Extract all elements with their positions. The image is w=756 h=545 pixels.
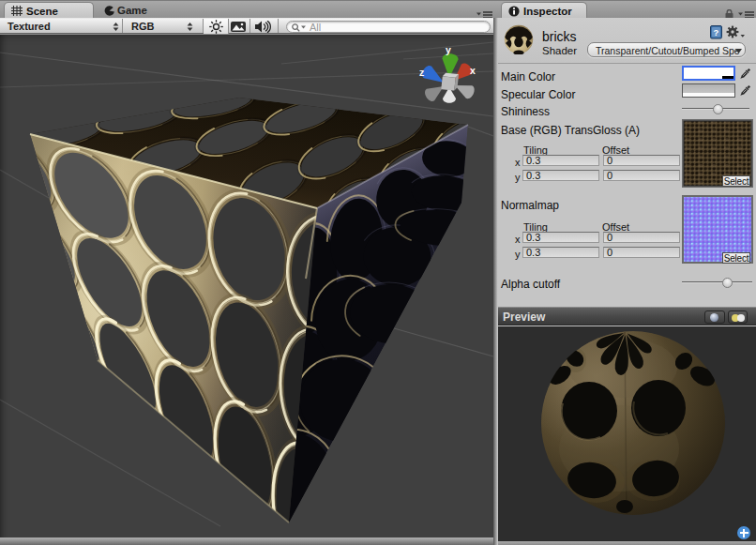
svg-text:x: x: [470, 65, 476, 76]
svg-text:y: y: [446, 44, 451, 55]
svg-text:?: ?: [714, 27, 719, 38]
svg-text:z: z: [419, 67, 424, 78]
